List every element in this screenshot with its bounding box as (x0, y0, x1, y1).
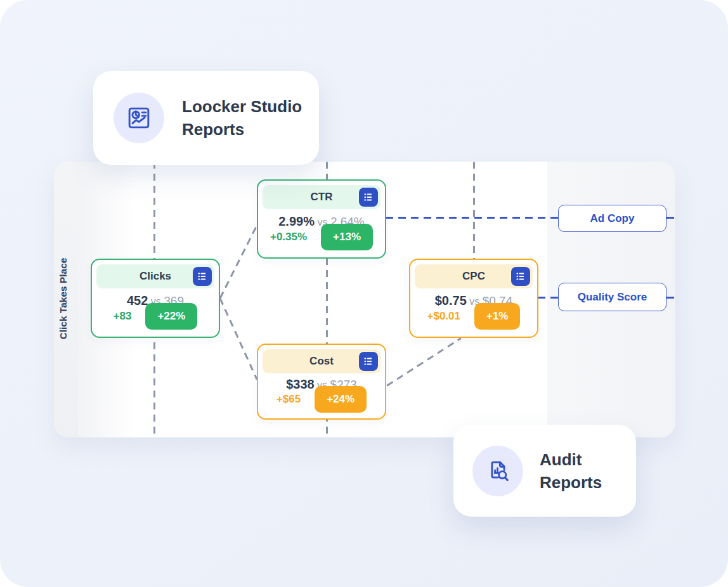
card-title: Audit Reports (540, 448, 622, 494)
connector-cost-cpc (386, 337, 462, 387)
metric-card-header: CTR (263, 185, 380, 209)
list-icon[interactable] (193, 267, 212, 286)
metric-card-header: CPC (415, 264, 533, 288)
metric-card-clicks: Clicks 452 vs 369 +83 +22% (91, 259, 220, 338)
list-icon[interactable] (359, 352, 378, 371)
metric-delta: +$0.01 (427, 310, 460, 323)
ad-copy-button[interactable]: Ad Copy (558, 205, 666, 232)
report-chart-icon (124, 103, 153, 132)
quality-score-button[interactable]: Quality Score (558, 283, 666, 311)
metric-delta: +0.35% (270, 231, 307, 243)
metric-delta-row: +0.35% +13% (258, 224, 385, 250)
vertical-axis-label: Click Takes Place (58, 257, 70, 340)
metric-delta-row: +$0.01 +1% (410, 303, 537, 330)
metric-card-header: Cost (263, 349, 380, 373)
connector-qualityscore-right (666, 297, 675, 299)
infographic-canvas: Click Takes Place Clicks (0, 0, 728, 587)
metric-delta-row: +$65 +24% (258, 386, 385, 413)
metric-delta: +83 (114, 310, 132, 323)
list-icon[interactable] (359, 188, 378, 207)
metric-card-ctr: CTR 2.99% vs 2.64% +0.35% +13% (257, 179, 386, 259)
metric-card-cost: Cost $338 vs $273 +$65 +24% (257, 344, 386, 420)
metric-card-cpc: CPC $0.75 vs $0.74 +$0.01 +1% (409, 259, 538, 338)
metric-delta: +$65 (276, 393, 301, 406)
metric-card-header: Clicks (96, 264, 214, 288)
connector-ctr-adcopy (386, 217, 558, 219)
audit-reports-card[interactable]: Audit Reports (453, 425, 636, 517)
list-icon[interactable] (511, 267, 530, 286)
icon-circle (472, 446, 523, 496)
looker-studio-reports-card[interactable]: Loocker Studio Reports (93, 71, 319, 165)
connector-clicks-cost (219, 297, 258, 380)
metric-percent-badge: +1% (474, 303, 521, 330)
flow-panel: Click Takes Place Clicks (54, 162, 675, 437)
card-title: Loocker Studio Reports (182, 95, 315, 141)
connector-adcopy-right (666, 217, 676, 219)
metric-delta-row: +83 +22% (92, 303, 219, 330)
metric-percent-badge: +24% (315, 386, 367, 413)
metric-percent-badge: +13% (321, 224, 373, 250)
metric-percent-badge: +22% (145, 303, 197, 330)
connector-cpc-qualityscore (538, 297, 559, 299)
connector-clicks-ctr (219, 224, 258, 298)
audit-search-icon (483, 456, 512, 486)
icon-circle (114, 93, 164, 143)
